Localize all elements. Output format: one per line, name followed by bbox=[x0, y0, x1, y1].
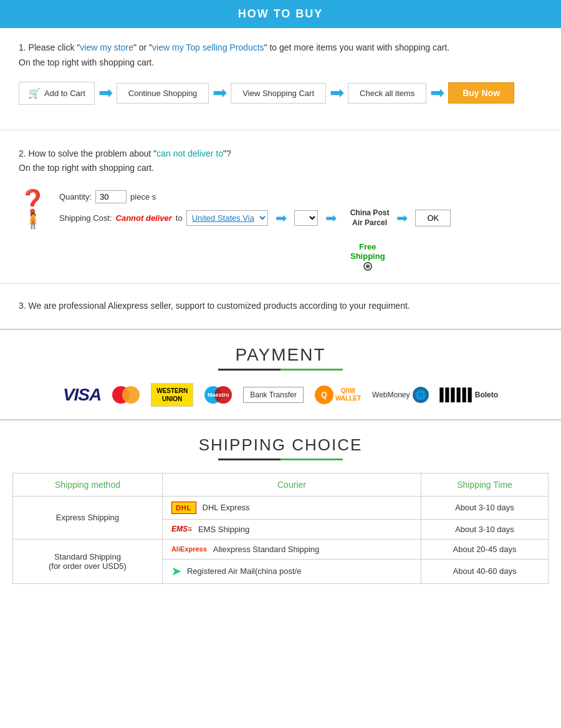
shipping-cost-row: Shipping Cost: Cannot deliver to United … bbox=[59, 208, 451, 228]
payment-title: PAYMENT bbox=[19, 345, 542, 365]
view-cart-label: View Shopping Cart bbox=[242, 89, 314, 98]
shipping-choice-section: SHIPPING CHOICE Shipping method Courier … bbox=[0, 419, 561, 584]
col-header-method: Shipping method bbox=[13, 473, 163, 496]
col-header-time: Shipping Time bbox=[421, 473, 549, 496]
dhl-courier-cell: DHL DHL Express bbox=[162, 496, 421, 519]
section2-text: 2. How to solve the problem about "can n… bbox=[19, 147, 542, 177]
shipping-table: Shipping method Courier Shipping Time Ex… bbox=[12, 473, 549, 584]
section1-text: 1. Please click "view my store" or "view… bbox=[19, 41, 542, 70]
qiwi-logo: Q QIWIWALLET bbox=[315, 386, 361, 404]
shipping-form: Quantity: piece s Shipping Cost: Cannot … bbox=[59, 190, 451, 228]
mc-right-circle bbox=[122, 386, 140, 404]
maestro-text: Maestro bbox=[204, 392, 232, 398]
boleto-logo: ▌▌▌▌▌▌ Boleto bbox=[440, 387, 499, 402]
country-select[interactable]: United States Via bbox=[186, 210, 268, 226]
section1-text2: On the top right with shopping cart. bbox=[19, 57, 154, 67]
shipping-method-select[interactable] bbox=[294, 210, 318, 226]
reg-courier-cell: ➤ Registered Air Mail(china post/e bbox=[162, 559, 421, 583]
dhl-logo: DHL bbox=[171, 502, 196, 514]
dhl-name: DHL Express bbox=[203, 503, 250, 512]
dhl-row: DHL DHL Express bbox=[171, 502, 412, 514]
ship-arrow3: ➡ bbox=[396, 211, 408, 225]
piece-s-label: piece s bbox=[130, 192, 156, 201]
shipping-choice-title: SHIPPING CHOICE bbox=[12, 435, 549, 455]
payment-section: PAYMENT VISA WESTERNUNION Maestro Bank T… bbox=[0, 329, 561, 419]
reg-time-cell: About 40-60 days bbox=[421, 559, 549, 583]
radio-selected-icon bbox=[363, 262, 372, 271]
shipping-result: China PostAir Parcel bbox=[350, 208, 390, 228]
continue-shopping-button[interactable]: Continue Shopping bbox=[117, 83, 209, 104]
section3: 3. We are professional Aliexpress seller… bbox=[0, 290, 561, 329]
arrow1: ➡ bbox=[98, 84, 113, 102]
cannot-deliver-link[interactable]: can not deliver to bbox=[156, 148, 223, 158]
webmoney-logo: WebMoney 🌐 bbox=[372, 387, 428, 403]
view-cart-button[interactable]: View Shopping Cart bbox=[231, 83, 326, 104]
dhl-time-cell: About 3-10 days bbox=[421, 496, 549, 519]
to-label: to bbox=[176, 213, 183, 223]
section2-text2: On the top right with shopping cart. bbox=[19, 163, 154, 173]
ship-arrow1: ➡ bbox=[276, 211, 287, 225]
ems-logo: EMS≡ bbox=[171, 525, 192, 533]
question-figure: ❓ 🧍 bbox=[19, 188, 47, 230]
ems-logo-text: EMS≡ bbox=[171, 525, 192, 533]
table-header-row: Shipping method Courier Shipping Time bbox=[13, 473, 549, 496]
shipping-demo: ❓ 🧍 Quantity: piece s Shipping Cost: Can… bbox=[0, 182, 561, 242]
buy-now-label: Buy Now bbox=[463, 88, 500, 98]
check-items-button[interactable]: Check all items bbox=[348, 83, 426, 104]
cart-icon: 🛒 bbox=[28, 87, 41, 99]
arrow2: ➡ bbox=[213, 84, 227, 102]
webmoney-globe-icon: 🌐 bbox=[413, 387, 429, 403]
divider2 bbox=[0, 283, 561, 284]
question-mark-icon: ❓ bbox=[19, 188, 47, 215]
shipping-cost-label: Shipping Cost: bbox=[59, 213, 112, 223]
add-to-cart-button[interactable]: 🛒 Add to Cart bbox=[19, 82, 95, 105]
ems-row: EMS≡ EMS Shipping bbox=[171, 525, 412, 534]
free-shipping-block: FreeShipping bbox=[350, 242, 385, 271]
person-icon: 🧍 bbox=[24, 212, 42, 230]
arrow3: ➡ bbox=[330, 84, 344, 102]
ali-name: Aliexpress Standard Shipping bbox=[213, 545, 320, 554]
buy-now-button[interactable]: Buy Now bbox=[448, 82, 514, 104]
page-header: HOW TO BUY bbox=[0, 0, 561, 28]
steps-row: 🛒 Add to Cart ➡ Continue Shopping ➡ View… bbox=[19, 82, 542, 105]
section3-text: 3. We are professional Aliexpress seller… bbox=[19, 299, 542, 314]
registered-arrow-icon: ➤ bbox=[171, 565, 181, 578]
section2: 2. How to solve the problem about "can n… bbox=[0, 137, 561, 183]
ship-arrow2: ➡ bbox=[325, 211, 337, 225]
ok-label: OK bbox=[427, 213, 439, 223]
cannot-deliver-text: Cannot deliver bbox=[116, 213, 172, 223]
arrow4: ➡ bbox=[430, 84, 444, 102]
maestro-logo: Maestro bbox=[204, 385, 232, 405]
continue-label: Continue Shopping bbox=[128, 89, 198, 98]
ems-time-cell: About 3-10 days bbox=[421, 519, 549, 539]
qiwi-text: QIWIWALLET bbox=[335, 387, 361, 402]
section1: 1. Please click "view my store" or "view… bbox=[0, 28, 561, 124]
table-row: Standard Shipping(for order over USD5) A… bbox=[13, 539, 549, 559]
view-top-products-link[interactable]: view my Top selling Products bbox=[152, 42, 264, 52]
reg-name: Registered Air Mail(china post/e bbox=[187, 566, 302, 576]
view-store-link[interactable]: view my store bbox=[80, 42, 133, 52]
ali-courier-cell: AliExpress Aliexpress Standard Shipping bbox=[162, 539, 421, 559]
check-items-label: Check all items bbox=[360, 89, 415, 98]
western-union-logo: WESTERNUNION bbox=[151, 383, 193, 407]
table-row: Express Shipping DHL DHL Express About 3… bbox=[13, 496, 549, 519]
reg-row: ➤ Registered Air Mail(china post/e bbox=[171, 565, 412, 578]
ems-name: EMS Shipping bbox=[198, 525, 249, 534]
free-shipping-text: FreeShipping bbox=[350, 242, 385, 261]
divider1 bbox=[0, 130, 561, 130]
ok-button[interactable]: OK bbox=[415, 210, 451, 226]
free-shipping-area: FreeShipping bbox=[0, 242, 561, 277]
header-title: HOW TO BUY bbox=[238, 7, 324, 20]
boleto-barcode-icon: ▌▌▌▌▌▌ bbox=[440, 387, 474, 402]
bank-transfer-logo: Bank Transfer bbox=[243, 387, 304, 403]
shipping-choice-underline bbox=[218, 459, 343, 460]
boleto-text: Boleto bbox=[475, 391, 498, 399]
visa-logo: VISA bbox=[63, 385, 101, 405]
quantity-input[interactable] bbox=[95, 190, 127, 203]
ali-row: AliExpress Aliexpress Standard Shipping bbox=[171, 545, 412, 554]
webmoney-text: WebMoney bbox=[372, 391, 410, 399]
express-method-cell: Express Shipping bbox=[13, 496, 163, 539]
aliexpress-logo: AliExpress bbox=[171, 545, 207, 553]
add-to-cart-label: Add to Cart bbox=[44, 89, 85, 98]
payment-underline bbox=[218, 369, 343, 371]
